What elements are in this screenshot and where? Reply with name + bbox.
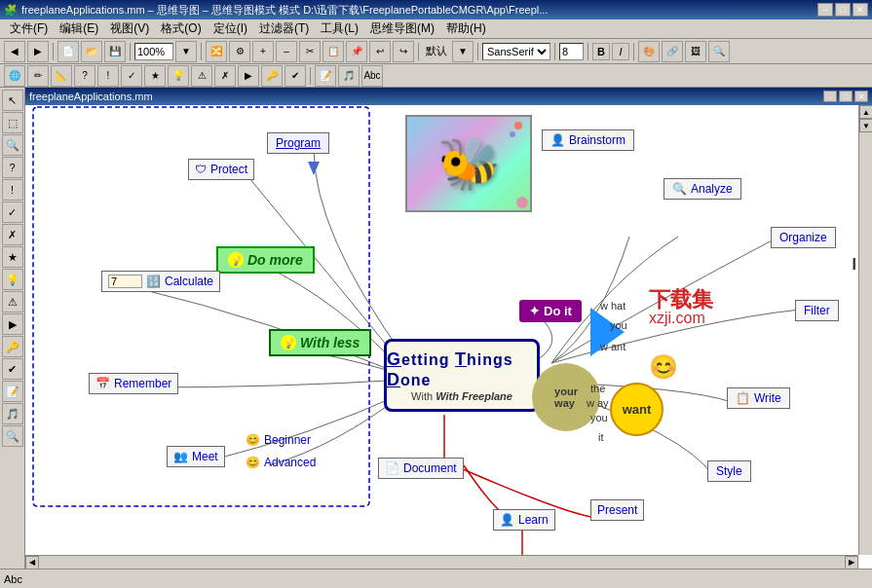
menu-file[interactable]: 文件(F) [4,19,54,38]
menu-filter[interactable]: 过滤器(T) [253,19,315,38]
toolbar2-btn5[interactable]: ! [97,65,119,87]
font-select[interactable]: SansSerif [482,43,550,60]
scroll-down-button[interactable]: ▼ [859,119,872,132]
toolbar-zoom-dropdown[interactable]: ▼ [175,41,197,62]
toolbar-undo[interactable]: ↩ [369,41,391,62]
menu-view[interactable]: 视图(V) [104,19,155,38]
node-filter[interactable]: Filter [795,300,839,321]
left-btn-edit[interactable]: 📝 [2,381,23,402]
node-beginner[interactable]: 😊 Beginner [242,431,315,449]
font-size-input[interactable] [559,43,584,60]
toolbar-find[interactable]: 🔍 [708,41,730,62]
toolbar2-btn2[interactable]: ✏ [27,65,49,87]
toolbar2-btn11[interactable]: ▶ [238,65,259,87]
toolbar-open[interactable]: 📂 [81,41,102,62]
toolbar-default-dropdown[interactable]: ▼ [452,41,474,62]
left-btn-bulb[interactable]: 💡 [2,269,23,290]
right-scrollbar[interactable]: ▲ ▼ [858,105,872,555]
node-analyze[interactable]: 🔍 Analyze [663,178,741,200]
left-btn-zoom[interactable]: 🔍 [2,134,23,156]
node-present[interactable]: Present [590,499,644,521]
toolbar2-edit[interactable]: 📝 [315,65,336,87]
node-style[interactable]: Style [707,460,751,482]
node-calculate[interactable]: 🔢 Calculate [101,271,220,292]
close-button[interactable]: ✕ [853,3,868,17]
left-btn-find[interactable]: 🔍 [2,425,23,447]
bottom-scrollbar[interactable]: ◀ ▶ [25,555,858,569]
toolbar-color[interactable]: 🎨 [638,41,660,62]
scroll-up-button[interactable]: ▲ [859,105,872,119]
toolbar2-btn10[interactable]: ✗ [214,65,236,87]
left-btn-arrow[interactable]: ▶ [2,313,23,335]
node-advanced[interactable]: 😊 Advanced [242,454,320,471]
inner-close[interactable]: ✕ [854,91,868,102]
toolbar2-btn7[interactable]: ★ [144,65,166,87]
toolbar2-check[interactable]: ✔ [284,65,306,87]
doit-node[interactable]: ✦ Do it [519,300,582,322]
toolbar-back[interactable]: ◀ [4,41,25,62]
toolbar-image[interactable]: 🖼 [685,41,706,62]
scroll-right-button[interactable]: ▶ [845,556,858,570]
inner-minimize[interactable]: – [823,91,837,102]
node-write[interactable]: 📋 Write [727,387,790,409]
toolbar-btn6[interactable]: 📋 [322,41,344,62]
left-btn-x[interactable]: ✗ [2,224,23,245]
toolbar2-btn12[interactable]: 🔑 [261,65,283,87]
toolbar2-btn8[interactable]: 💡 [168,65,189,87]
toolbar-btn3[interactable]: + [252,41,274,62]
bold-button[interactable]: B [592,43,610,60]
toolbar-save[interactable]: 💾 [104,41,126,62]
node-meet[interactable]: 👥 Meet [167,446,225,467]
toolbar-paste[interactable]: 📌 [346,41,367,62]
left-btn-star[interactable]: ★ [2,246,23,268]
toolbar2-btn9[interactable]: ⚠ [191,65,212,87]
maximize-button[interactable]: □ [835,3,851,17]
toolbar-new[interactable]: 📄 [57,41,79,62]
left-btn-select[interactable]: ⬚ [2,112,23,133]
toolbar2-btn4[interactable]: ? [74,65,95,87]
menu-format[interactable]: 格式(O) [155,19,207,38]
left-btn-excl[interactable]: ! [2,179,23,201]
node-remember[interactable]: 📅 Remember [89,373,178,394]
left-btn-key[interactable]: 🔑 [2,336,23,357]
inner-maximize[interactable]: □ [839,91,853,102]
menu-help[interactable]: 帮助(H) [440,19,492,38]
node-document[interactable]: 📄 Document [378,458,464,479]
toolbar2-note[interactable]: 🎵 [338,65,360,87]
node-learn[interactable]: 👤 Learn [493,509,555,531]
node-withless[interactable]: 💡 With less [269,329,371,356]
node-program[interactable]: Program [267,132,329,154]
node-domore[interactable]: 💡 Do more [216,246,315,274]
left-btn-warn[interactable]: ⚠ [2,291,23,312]
left-btn-music[interactable]: 🎵 [2,403,23,424]
toolbar-btn5[interactable]: ✂ [299,41,321,62]
menu-edit[interactable]: 编辑(E) [54,19,104,38]
zoom-input[interactable] [134,43,173,60]
calc-input[interactable] [108,275,142,288]
toolbar2-btn3[interactable]: 📐 [51,65,72,87]
toolbar-btn1[interactable]: 🔀 [206,41,227,62]
left-btn-checkmark[interactable]: ✔ [2,358,23,380]
center-node[interactable]: Getting Things Done With With Freeplane [384,339,540,412]
want-node[interactable]: want [610,383,663,436]
menu-position[interactable]: 定位(I) [208,19,253,38]
scroll-left-button[interactable]: ◀ [25,556,39,570]
toolbar-btn2[interactable]: ⚙ [229,41,250,62]
node-organize[interactable]: Organize [771,227,836,248]
menu-mindmap[interactable]: 思维导图(M) [364,19,440,38]
node-protect[interactable]: 🛡 Protect [188,159,254,180]
toolbar-redo[interactable]: ↪ [393,41,414,62]
left-btn-q[interactable]: ? [2,157,23,178]
italic-button[interactable]: I [612,43,629,60]
node-brainstorm[interactable]: 👤 Brainstorm [542,129,634,151]
left-btn-check[interactable]: ✓ [2,202,23,223]
toolbar-link[interactable]: 🔗 [662,41,683,62]
left-btn-cursor[interactable]: ↖ [2,90,23,111]
toolbar2-btn6[interactable]: ✓ [121,65,142,87]
toolbar2-abc[interactable]: Abc [361,65,383,87]
toolbar2-btn1[interactable]: 🌐 [4,65,25,87]
toolbar-btn4[interactable]: – [276,41,297,62]
toolbar-forward[interactable]: ▶ [27,41,49,62]
mind-canvas[interactable]: 🐝 Program 👤 Brainstorm 🔍 Analyze O [25,105,858,569]
minimize-button[interactable]: – [817,3,833,17]
